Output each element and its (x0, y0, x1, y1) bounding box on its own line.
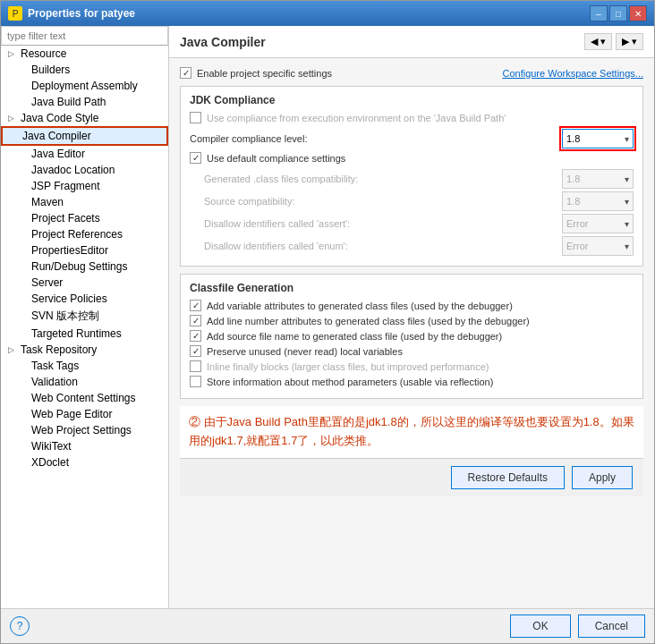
classfile-generation-section: Classfile Generation Add variable attrib… (180, 274, 643, 399)
jdk-compliance-section: JDK Compliance Use compliance from execu… (180, 86, 643, 267)
panel-nav: ◀ ▾ ▶ ▾ (584, 33, 643, 50)
sidebar-item-java-editor[interactable]: Java Editor (1, 146, 168, 162)
add-variable-label: Add variable attributes to generated cla… (207, 301, 513, 311)
title-bar: P Properties for patyee – □ ✕ (1, 1, 654, 26)
sidebar-item-java-build-path[interactable]: Java Build Path (1, 94, 168, 110)
spacer-icon (19, 262, 30, 271)
minimize-button[interactable]: – (590, 5, 608, 21)
preserve-unused-checkbox[interactable] (190, 345, 201, 357)
spacer-icon (19, 214, 30, 223)
add-source-file-checkbox[interactable] (190, 330, 201, 342)
nav-back-button[interactable]: ◀ ▾ (584, 33, 612, 50)
panel-body: Enable project specific settings Configu… (169, 58, 654, 608)
sidebar-item-server[interactable]: Server (1, 275, 168, 291)
spacer-icon (19, 65, 30, 74)
sidebar-item-web-content-settings[interactable]: Web Content Settings (1, 390, 168, 406)
spacer-icon (19, 81, 30, 90)
sidebar-item-builders[interactable]: Builders (1, 62, 168, 78)
classfile-checkbox-5: Store information about method parameter… (190, 376, 634, 387)
sidebar-item-web-page-editor[interactable]: Web Page Editor (1, 406, 168, 422)
generated-class-files-row: Generated .class files compatibility: 1.… (190, 169, 634, 189)
sidebar-item-maven[interactable]: Maven (1, 194, 168, 210)
spacer-icon (19, 182, 30, 191)
generated-class-files-select: 1.8 (562, 169, 634, 189)
sidebar-item-javadoc-location[interactable]: Javadoc Location (1, 162, 168, 178)
filter-input[interactable] (1, 26, 168, 46)
spacer-icon (19, 442, 30, 451)
spacer-icon (19, 246, 30, 255)
spacer-icon (10, 131, 21, 140)
add-line-number-checkbox[interactable] (190, 315, 201, 326)
sidebar-item-xdoclet[interactable]: XDoclet (1, 454, 168, 470)
cancel-button[interactable]: Cancel (578, 614, 645, 638)
sidebar-item-project-references[interactable]: Project References (1, 226, 168, 242)
inline-finally-checkbox[interactable] (190, 360, 201, 372)
apply-button[interactable]: Apply (572, 466, 633, 489)
add-variable-checkbox[interactable] (190, 300, 201, 311)
use-compliance-row: Use compliance from execution environmen… (190, 112, 634, 123)
classfile-generation-title: Classfile Generation (190, 282, 634, 294)
sidebar-item-svn[interactable]: SVN 版本控制 (1, 307, 168, 326)
sidebar-item-resource[interactable]: ▷ Resource (1, 46, 168, 62)
title-buttons: – □ ✕ (590, 5, 647, 21)
help-button[interactable]: ? (10, 616, 30, 636)
sidebar: ▷ Resource Builders Deployment Assembly … (1, 26, 169, 608)
sidebar-item-service-policies[interactable]: Service Policies (1, 291, 168, 307)
sidebar-item-wikitext[interactable]: WikiText (1, 438, 168, 454)
forward-icon: ▶ ▾ (622, 36, 637, 47)
use-compliance-label: Use compliance from execution environmen… (207, 113, 506, 123)
spacer-icon (19, 149, 30, 158)
window-title: Properties for patyee (28, 7, 135, 20)
enable-project-settings-checkbox[interactable] (180, 67, 191, 79)
jdk-compliance-title: JDK Compliance (190, 94, 634, 106)
sidebar-item-project-facets[interactable]: Project Facets (1, 210, 168, 226)
classfile-checkbox-3: Preserve unused (never read) local varia… (190, 345, 634, 357)
disallow-assert-row: Disallow identifiers called 'assert': Er… (190, 214, 634, 233)
panel-title: Java Compiler (180, 35, 266, 49)
ok-button[interactable]: OK (510, 614, 570, 638)
sidebar-item-jsp-fragment[interactable]: JSP Fragment (1, 178, 168, 194)
expand-icon: ▷ (8, 345, 19, 354)
nav-forward-button[interactable]: ▶ ▾ (616, 33, 643, 50)
sidebar-item-task-tags[interactable]: Task Tags (1, 358, 168, 374)
restore-defaults-button[interactable]: Restore Defaults (451, 466, 565, 489)
properties-window: P Properties for patyee – □ ✕ ▷ Resource… (0, 0, 655, 644)
sidebar-item-task-repository[interactable]: ▷ Task Repository (1, 342, 168, 358)
sidebar-item-java-code-style[interactable]: ▷ Java Code Style (1, 110, 168, 126)
spacer-icon (19, 394, 30, 402)
sidebar-item-properties-editor[interactable]: PropertiesEditor (1, 242, 168, 258)
enable-project-settings-label: Enable project specific settings (197, 68, 332, 79)
right-panel: Java Compiler ◀ ▾ ▶ ▾ Enable project spe… (169, 26, 654, 608)
configure-workspace-link[interactable]: Configure Workspace Settings... (502, 68, 643, 79)
use-default-compliance-row: Use default compliance settings (190, 152, 634, 164)
store-method-params-checkbox[interactable] (190, 376, 201, 387)
sidebar-item-deployment-assembly[interactable]: Deployment Assembly (1, 78, 168, 94)
sidebar-item-validation[interactable]: Validation (1, 374, 168, 390)
spacer-icon (19, 97, 30, 106)
use-compliance-checkbox[interactable] (190, 112, 201, 123)
disallow-assert-label: Disallow identifiers called 'assert': (204, 218, 562, 229)
sidebar-item-targeted-runtimes[interactable]: Targeted Runtimes (1, 326, 168, 342)
spacer-icon (19, 230, 30, 239)
sidebar-item-java-compiler[interactable]: Java Compiler (1, 126, 168, 146)
sidebar-item-run-debug[interactable]: Run/Debug Settings (1, 258, 168, 275)
sidebar-item-web-project-settings[interactable]: Web Project Settings (1, 422, 168, 438)
source-compatibility-select: 1.8 (562, 191, 634, 211)
add-source-file-label: Add source file name to generated class … (207, 331, 502, 342)
generated-class-files-label: Generated .class files compatibility: (204, 174, 562, 184)
panel-header: Java Compiler ◀ ▾ ▶ ▾ (169, 26, 654, 58)
annotation-text: ② 由于Java Build Path里配置的是jdk1.8的，所以这里的编译等… (189, 413, 634, 451)
use-default-compliance-checkbox[interactable] (190, 152, 201, 164)
compiler-compliance-label: Compiler compliance level: (190, 133, 562, 144)
store-method-params-label: Store information about method parameter… (207, 377, 493, 387)
source-compatibility-label: Source compatibility: (204, 196, 562, 207)
spacer-icon (19, 361, 30, 370)
close-button[interactable]: ✕ (629, 5, 647, 21)
spacer-icon (19, 410, 30, 419)
compiler-compliance-select[interactable]: 1.8 (562, 129, 634, 148)
disallow-enum-select: Error (562, 236, 634, 256)
maximize-button[interactable]: □ (609, 5, 627, 21)
spacer-icon (19, 165, 30, 174)
spacer-icon (19, 294, 30, 303)
add-line-number-label: Add line number attributes to generated … (207, 316, 530, 326)
